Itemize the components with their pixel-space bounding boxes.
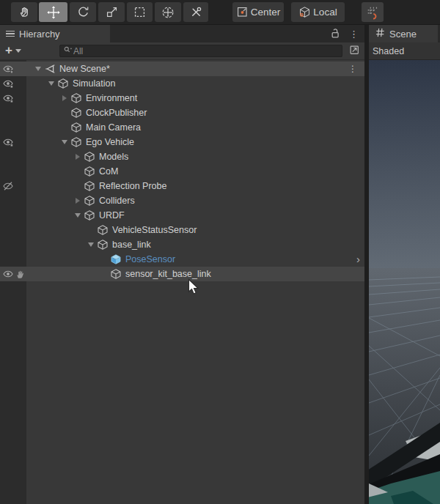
row-gutter[interactable] — [0, 105, 26, 120]
tree-row[interactable]: Colliders › ⋮ — [0, 193, 364, 208]
tree-row[interactable]: ClockPublisher › ⋮ — [0, 105, 364, 120]
row-label: Models — [99, 152, 128, 162]
orientation-mode-label: Local — [313, 7, 337, 18]
workspace: Hierarchy ⋮ + — [0, 25, 440, 504]
move-tool-button[interactable] — [39, 2, 67, 22]
row-label: ClockPublisher — [86, 108, 147, 118]
rect-tool-button[interactable] — [127, 2, 153, 22]
gameobject-cube-icon — [57, 78, 69, 89]
pickability-hand-icon[interactable] — [14, 268, 26, 280]
scene-3d-render — [369, 60, 440, 504]
tree-row[interactable]: Environment › ⋮ — [0, 91, 364, 105]
tree-row[interactable]: URDF › ⋮ — [0, 208, 364, 223]
tree-row[interactable]: Reflection Probe › ⋮ — [0, 179, 364, 193]
grid-snap-icon — [365, 5, 380, 20]
row-gutter[interactable] — [0, 179, 26, 193]
row-gutter[interactable] — [0, 149, 26, 164]
gameobject-cube-icon — [97, 224, 109, 236]
row-gutter[interactable] — [0, 267, 26, 281]
scene-panel: Scene Shaded — [369, 25, 440, 504]
scene-tabbar: Scene — [369, 25, 440, 42]
gameobject-cube-icon — [70, 92, 82, 104]
row-gutter[interactable] — [0, 164, 26, 179]
visibility-eye-icon[interactable] — [2, 92, 14, 104]
visibility-eye-icon[interactable] — [2, 268, 14, 280]
chevron-down-icon — [15, 49, 21, 53]
search-field[interactable] — [59, 45, 342, 57]
tree-row[interactable]: CoM › ⋮ — [0, 164, 364, 179]
search-input[interactable] — [73, 46, 340, 56]
expand-triangle[interactable] — [45, 81, 57, 86]
open-search-window-button[interactable] — [347, 44, 362, 59]
visibility-eye-icon[interactable] — [2, 78, 14, 89]
tree-row[interactable]: Ego Vehicle › ⋮ — [0, 135, 364, 149]
visibility-eye-hidden-icon[interactable] — [2, 180, 14, 192]
orientation-mode-button[interactable]: Local — [291, 2, 345, 22]
pivot-mode-label: Center — [251, 7, 281, 18]
tree-row[interactable]: base_link › ⋮ — [0, 237, 364, 252]
expand-triangle[interactable] — [72, 198, 84, 204]
pivot-mode-button[interactable]: Center — [232, 2, 284, 22]
row-gutter[interactable] — [0, 223, 26, 237]
gameobject-cube-icon — [84, 210, 95, 221]
scene-tab-label: Scene — [389, 29, 417, 40]
search-filter-icon — [62, 45, 73, 57]
unity-logo-icon — [44, 63, 56, 75]
expand-triangle[interactable] — [85, 242, 97, 247]
unity-editor-window: Center Local Hierarchy ⋮ — [0, 0, 440, 504]
row-label: PoseSensor — [125, 254, 175, 264]
rotate-tool-button[interactable] — [70, 2, 96, 22]
row-gutter[interactable] — [0, 120, 26, 135]
row-label: CoM — [99, 166, 118, 177]
tree-row[interactable]: Models › ⋮ — [0, 149, 364, 164]
gameobject-cube-icon — [70, 136, 82, 148]
tree-row[interactable]: PoseSensor › ⋮ — [0, 252, 364, 267]
expand-triangle[interactable] — [72, 213, 84, 218]
tree-row[interactable]: sensor_kit_base_link › ⋮ — [0, 267, 364, 281]
plus-icon: + — [5, 44, 12, 56]
row-gutter[interactable] — [0, 76, 26, 91]
tree-row[interactable]: New Scene* › ⋮ — [0, 62, 364, 76]
add-object-button[interactable]: + — [5, 45, 21, 56]
row-gutter[interactable] — [0, 252, 26, 267]
custom-tools-button[interactable] — [183, 2, 208, 22]
hand-tool-button[interactable] — [11, 2, 37, 22]
row-gutter[interactable] — [0, 91, 26, 105]
tab-scene[interactable]: Scene — [369, 25, 438, 42]
wrench-screwdriver-icon — [189, 5, 203, 19]
main-toolbar: Center Local — [0, 0, 440, 25]
scale-icon — [105, 5, 119, 19]
grid-snap-button[interactable] — [362, 2, 384, 22]
children-chevron-icon[interactable]: › — [356, 253, 360, 265]
row-gutter[interactable] — [0, 193, 26, 208]
gameobject-cube-icon — [70, 107, 82, 119]
hand-icon — [18, 5, 32, 19]
row-gutter[interactable] — [0, 237, 26, 252]
unlock-icon[interactable] — [329, 27, 340, 41]
visibility-eye-icon[interactable] — [2, 63, 14, 75]
row-gutter[interactable] — [0, 208, 26, 223]
tree-row[interactable]: VehicleStatusSensor › ⋮ — [0, 223, 364, 237]
row-gutter[interactable] — [0, 135, 26, 149]
tree-row[interactable]: Main Camera › ⋮ — [0, 120, 364, 135]
gameobject-cube-icon — [84, 166, 95, 177]
hierarchy-tabbar: Hierarchy ⋮ — [0, 25, 364, 42]
visibility-eye-icon[interactable] — [2, 136, 14, 148]
row-gutter[interactable] — [0, 62, 26, 76]
transform-icon — [161, 5, 175, 20]
pivot-center-icon — [236, 6, 249, 18]
panel-kebab-menu-icon[interactable]: ⋮ — [349, 29, 359, 39]
shading-mode-dropdown[interactable]: Shaded — [373, 46, 404, 56]
tab-hierarchy[interactable]: Hierarchy — [0, 25, 110, 42]
scene-viewport[interactable] — [369, 60, 440, 504]
expand-triangle[interactable] — [32, 67, 44, 71]
local-cube-icon — [298, 6, 311, 18]
transform-tool-button[interactable] — [155, 2, 181, 22]
expand-triangle[interactable] — [59, 95, 70, 101]
expand-triangle[interactable] — [59, 140, 70, 144]
scale-tool-button[interactable] — [98, 2, 125, 22]
row-menu-icon[interactable]: ⋮ — [348, 64, 357, 74]
row-label: Environment — [86, 93, 137, 103]
expand-triangle[interactable] — [72, 154, 84, 160]
tree-row[interactable]: Simulation › ⋮ — [0, 76, 364, 91]
